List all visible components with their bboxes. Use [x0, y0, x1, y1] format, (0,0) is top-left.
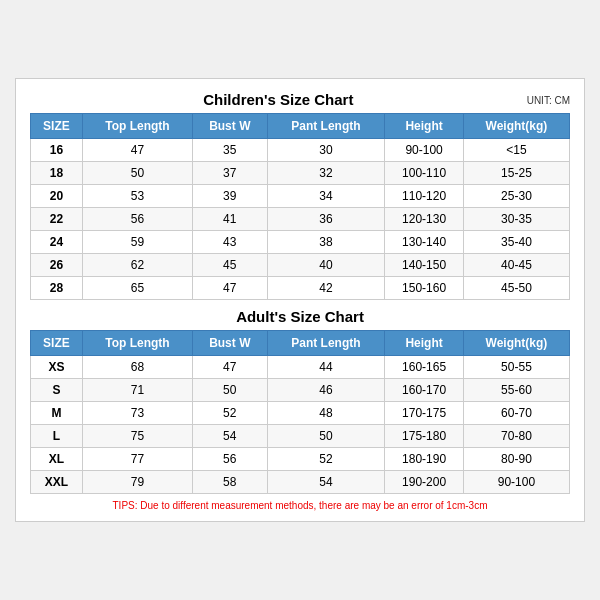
- table-cell: 110-120: [385, 185, 464, 208]
- table-cell: 34: [267, 185, 385, 208]
- table-row: L755450175-18070-80: [31, 425, 570, 448]
- table-row: 1647353090-100<15: [31, 139, 570, 162]
- table-cell: 24: [31, 231, 83, 254]
- children-header-cell: Weight(kg): [463, 114, 569, 139]
- unit-label: UNIT: CM: [527, 95, 570, 106]
- adults-header-cell: Pant Length: [267, 331, 385, 356]
- table-cell: 50: [82, 162, 192, 185]
- table-cell: 175-180: [385, 425, 464, 448]
- table-cell: 70-80: [463, 425, 569, 448]
- adults-table: SIZETop LengthBust WPant LengthHeightWei…: [30, 330, 570, 494]
- table-row: 24594338130-14035-40: [31, 231, 570, 254]
- table-cell: 56: [193, 448, 268, 471]
- children-header-cell: SIZE: [31, 114, 83, 139]
- table-cell: 180-190: [385, 448, 464, 471]
- table-cell: XL: [31, 448, 83, 471]
- table-cell: 42: [267, 277, 385, 300]
- table-row: XL775652180-19080-90: [31, 448, 570, 471]
- table-cell: 25-30: [463, 185, 569, 208]
- table-row: XS684744160-16550-55: [31, 356, 570, 379]
- table-cell: 40: [267, 254, 385, 277]
- table-cell: 50: [193, 379, 268, 402]
- table-cell: 58: [193, 471, 268, 494]
- table-cell: 16: [31, 139, 83, 162]
- table-cell: 28: [31, 277, 83, 300]
- table-cell: S: [31, 379, 83, 402]
- table-cell: 22: [31, 208, 83, 231]
- table-cell: 45-50: [463, 277, 569, 300]
- table-row: S715046160-17055-60: [31, 379, 570, 402]
- table-cell: 40-45: [463, 254, 569, 277]
- table-cell: 36: [267, 208, 385, 231]
- table-row: 22564136120-13030-35: [31, 208, 570, 231]
- table-cell: <15: [463, 139, 569, 162]
- table-cell: L: [31, 425, 83, 448]
- adults-title: Adult's Size Chart: [236, 308, 364, 325]
- adults-header-cell: Weight(kg): [463, 331, 569, 356]
- table-cell: 62: [82, 254, 192, 277]
- table-row: 28654742150-16045-50: [31, 277, 570, 300]
- children-table: SIZETop LengthBust WPant LengthHeightWei…: [30, 113, 570, 300]
- table-cell: 47: [193, 356, 268, 379]
- chart-container: Children's Size Chart UNIT: CM SIZETop L…: [15, 78, 585, 522]
- adults-header-cell: Height: [385, 331, 464, 356]
- table-cell: 15-25: [463, 162, 569, 185]
- table-cell: 52: [193, 402, 268, 425]
- table-cell: 35-40: [463, 231, 569, 254]
- table-cell: 45: [193, 254, 268, 277]
- table-cell: 56: [82, 208, 192, 231]
- table-cell: 65: [82, 277, 192, 300]
- children-header-cell: Pant Length: [267, 114, 385, 139]
- table-cell: 53: [82, 185, 192, 208]
- table-row: M735248170-17560-70: [31, 402, 570, 425]
- table-cell: 77: [82, 448, 192, 471]
- tips-text: TIPS: Due to different measurement metho…: [30, 500, 570, 511]
- table-cell: 54: [193, 425, 268, 448]
- table-cell: 50: [267, 425, 385, 448]
- table-cell: 18: [31, 162, 83, 185]
- children-header-cell: Height: [385, 114, 464, 139]
- table-cell: 30: [267, 139, 385, 162]
- adults-header-cell: Bust W: [193, 331, 268, 356]
- table-cell: 71: [82, 379, 192, 402]
- table-cell: 100-110: [385, 162, 464, 185]
- table-cell: 120-130: [385, 208, 464, 231]
- table-cell: 38: [267, 231, 385, 254]
- table-row: 26624540140-15040-45: [31, 254, 570, 277]
- table-cell: 55-60: [463, 379, 569, 402]
- table-cell: 46: [267, 379, 385, 402]
- table-cell: 60-70: [463, 402, 569, 425]
- table-cell: 68: [82, 356, 192, 379]
- table-cell: 37: [193, 162, 268, 185]
- table-cell: 39: [193, 185, 268, 208]
- table-cell: 20: [31, 185, 83, 208]
- table-cell: 150-160: [385, 277, 464, 300]
- table-cell: 190-200: [385, 471, 464, 494]
- table-cell: 50-55: [463, 356, 569, 379]
- table-cell: 130-140: [385, 231, 464, 254]
- adults-header-cell: SIZE: [31, 331, 83, 356]
- table-cell: 26: [31, 254, 83, 277]
- table-cell: 140-150: [385, 254, 464, 277]
- adults-header-row: SIZETop LengthBust WPant LengthHeightWei…: [31, 331, 570, 356]
- table-cell: 48: [267, 402, 385, 425]
- table-cell: 160-170: [385, 379, 464, 402]
- table-cell: 75: [82, 425, 192, 448]
- table-cell: 47: [82, 139, 192, 162]
- table-row: XXL795854190-20090-100: [31, 471, 570, 494]
- table-cell: 44: [267, 356, 385, 379]
- table-cell: 79: [82, 471, 192, 494]
- table-cell: 160-165: [385, 356, 464, 379]
- table-cell: 43: [193, 231, 268, 254]
- table-cell: 52: [267, 448, 385, 471]
- children-title-row: Children's Size Chart UNIT: CM: [30, 91, 570, 109]
- children-header-row: SIZETop LengthBust WPant LengthHeightWei…: [31, 114, 570, 139]
- table-cell: 54: [267, 471, 385, 494]
- table-cell: 90-100: [463, 471, 569, 494]
- table-row: 18503732100-11015-25: [31, 162, 570, 185]
- table-cell: XS: [31, 356, 83, 379]
- table-cell: 73: [82, 402, 192, 425]
- table-cell: 80-90: [463, 448, 569, 471]
- table-cell: 47: [193, 277, 268, 300]
- table-cell: 35: [193, 139, 268, 162]
